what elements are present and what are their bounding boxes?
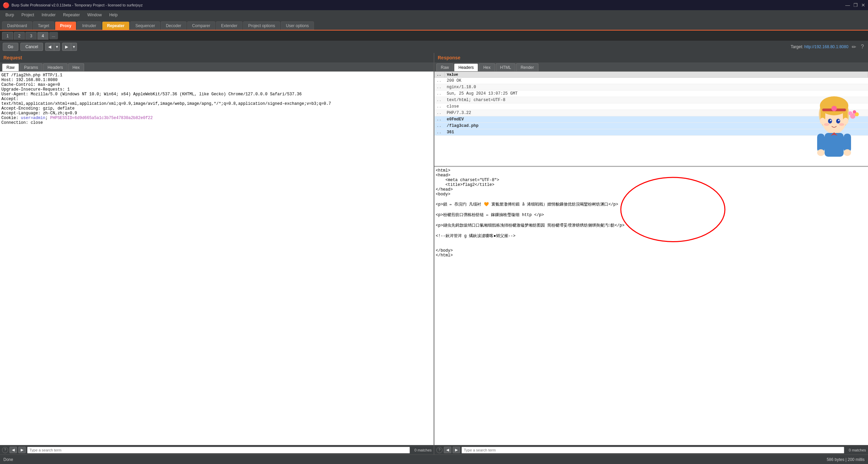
request-line: Host: 192.168.80.1:8080 bbox=[1, 78, 432, 82]
minimize-btn[interactable]: — bbox=[845, 2, 850, 8]
table-row[interactable]: ..PHP/7.3.22 bbox=[435, 110, 868, 116]
request-search-prev[interactable]: ◀ bbox=[9, 447, 17, 453]
tab-sequencer[interactable]: Sequencer bbox=[130, 21, 160, 30]
nav-next-button[interactable]: ▶ bbox=[62, 43, 71, 51]
cancel-button[interactable]: Cancel bbox=[20, 43, 43, 51]
request-line: Connection: close bbox=[1, 120, 432, 125]
response-search-help[interactable]: ? bbox=[436, 447, 442, 453]
titlebar-controls[interactable]: — ❐ ✕ bbox=[845, 2, 865, 8]
toolbar: Go Cancel ◀ ▾ ▶ ▾ Target: http://192.168… bbox=[0, 41, 868, 53]
request-line: Cookie: user=admin; PHPSESSID=6d9d665a5a… bbox=[1, 116, 432, 120]
request-search-bar: ? ◀ ▶ 0 matches bbox=[0, 445, 434, 455]
nav-next-dropdown[interactable]: ▾ bbox=[71, 43, 77, 51]
table-cell-value: text/html; charset=UTF-8 bbox=[445, 97, 868, 103]
table-cell-value: /flag3cad.php bbox=[445, 123, 868, 129]
statusbar: Done 586 bytes | 200 millis bbox=[0, 455, 868, 464]
tab-project-options[interactable]: Project options bbox=[243, 21, 280, 30]
tab-decoder[interactable]: Decoder bbox=[161, 21, 186, 30]
table-cell-dot: .. bbox=[435, 84, 445, 91]
table-cell-value: Sun, 25 Aug 2024 13:07:25 GMT bbox=[445, 91, 868, 97]
status-text: Done bbox=[3, 457, 13, 462]
menubar: Burp Project Intruder Repeater Window He… bbox=[0, 10, 868, 20]
request-line: Accept: bbox=[1, 97, 432, 101]
menu-project[interactable]: Project bbox=[18, 12, 37, 18]
response-search-bar: ? ◀ ▶ 0 matches bbox=[434, 445, 868, 455]
request-title: Request bbox=[0, 53, 434, 62]
target-edit-button[interactable]: ✏ bbox=[850, 43, 857, 51]
request-tab-raw[interactable]: Raw bbox=[2, 63, 19, 71]
response-tab-hex[interactable]: Hex bbox=[479, 63, 495, 71]
request-tab-hex[interactable]: Hex bbox=[68, 63, 84, 71]
tab-dashboard[interactable]: Dashboard bbox=[2, 21, 32, 30]
table-cell-dot: .. bbox=[435, 129, 445, 136]
menu-intruder[interactable]: Intruder bbox=[38, 12, 59, 18]
status-info: 586 bytes | 200 millis bbox=[827, 457, 865, 462]
repeater-tab-1[interactable]: 1 bbox=[2, 32, 13, 40]
target-url: http://192.168.80.1:8080 bbox=[804, 44, 848, 49]
table-row[interactable]: ..e0FmdEV bbox=[435, 116, 868, 123]
request-line: Cache-Control: max-age=0 bbox=[1, 82, 432, 87]
titlebar-left: 🔴 Burp Suite Professional v2.0.11beta - … bbox=[3, 2, 143, 8]
table-cell-value: PHP/7.3.22 bbox=[445, 110, 868, 116]
response-search-next[interactable]: ▶ bbox=[453, 447, 460, 453]
response-tab-headers[interactable]: Headers bbox=[454, 63, 478, 71]
request-content[interactable]: GET /flag2hh.php HTTP/1.1Host: 192.168.8… bbox=[0, 72, 434, 445]
table-row[interactable]: ..nginx/1.18.0 bbox=[435, 84, 868, 91]
table-row[interactable]: ..361 bbox=[435, 129, 868, 136]
table-cell-dot: .. bbox=[435, 91, 445, 97]
repeater-tab-more[interactable]: ... bbox=[49, 32, 58, 39]
request-line: User-Agent: Mozilla/5.0 (Windows NT 10.0… bbox=[1, 92, 432, 97]
request-matches-count: 0 matches bbox=[411, 448, 432, 452]
tab-user-options[interactable]: User options bbox=[281, 21, 314, 30]
request-tab-headers[interactable]: Headers bbox=[43, 63, 67, 71]
table-row[interactable]: ..200 OK bbox=[435, 78, 868, 84]
tab-intruder[interactable]: Intruder bbox=[77, 21, 101, 30]
table-row[interactable]: ..text/html; charset=UTF-8 bbox=[435, 97, 868, 103]
titlebar-title: Burp Suite Professional v2.0.11beta - Te… bbox=[12, 3, 143, 7]
target-text: Target: bbox=[791, 44, 804, 49]
target-help-button[interactable]: ? bbox=[860, 43, 865, 51]
request-tab-params[interactable]: Params bbox=[20, 63, 42, 71]
response-headers-table: .. Value ..200 OK..nginx/1.18.0..Sun, 25… bbox=[434, 72, 868, 167]
tab-extender[interactable]: Extender bbox=[216, 21, 242, 30]
tab-target[interactable]: Target bbox=[33, 21, 54, 30]
nav-prev-button[interactable]: ◀ bbox=[45, 43, 54, 51]
table-cell-value: close bbox=[445, 103, 868, 110]
response-tab-raw[interactable]: Raw bbox=[436, 63, 453, 71]
tab-proxy[interactable]: Proxy bbox=[55, 21, 76, 30]
table-cell-dot: .. bbox=[435, 78, 445, 84]
response-title: Response bbox=[434, 53, 868, 62]
menu-window[interactable]: Window bbox=[84, 12, 105, 18]
response-tab-render[interactable]: Render bbox=[516, 63, 538, 71]
table-cell-dot: .. bbox=[435, 123, 445, 129]
table-row[interactable]: ..Sun, 25 Aug 2024 13:07:25 GMT bbox=[435, 91, 868, 97]
table-cell-dot: .. bbox=[435, 103, 445, 110]
response-tab-html[interactable]: HTML bbox=[496, 63, 516, 71]
tabbar: Dashboard Target Proxy Intruder Repeater… bbox=[0, 20, 868, 31]
table-row[interactable]: ..close bbox=[435, 103, 868, 110]
tab-repeater[interactable]: Repeater bbox=[102, 21, 130, 30]
repeater-tab-4[interactable]: 4 bbox=[37, 32, 48, 40]
request-line: Accept-Language: zh-CN,zh;q=0.9 bbox=[1, 111, 432, 116]
repeater-tab-3[interactable]: 3 bbox=[25, 32, 37, 40]
menu-burp[interactable]: Burp bbox=[2, 12, 17, 18]
repeater-tab-2[interactable]: 2 bbox=[14, 32, 25, 40]
maximize-btn[interactable]: ❐ bbox=[853, 2, 858, 8]
table-cell-dot: .. bbox=[435, 97, 445, 103]
table-cell-dot: .. bbox=[435, 116, 445, 123]
tab-comparer[interactable]: Comparer bbox=[187, 21, 215, 30]
response-html-content[interactable]: <html> <head> <meta charset="UTF-8"> <ti… bbox=[434, 167, 868, 445]
menu-repeater[interactable]: Repeater bbox=[60, 12, 83, 18]
request-sub-tabs: Raw Params Headers Hex bbox=[0, 62, 434, 72]
menu-help[interactable]: Help bbox=[106, 12, 121, 18]
request-search-input[interactable] bbox=[27, 447, 410, 453]
request-search-help[interactable]: ? bbox=[2, 447, 8, 453]
response-search-input[interactable] bbox=[461, 447, 844, 453]
close-btn[interactable]: ✕ bbox=[861, 2, 865, 8]
go-button[interactable]: Go bbox=[3, 43, 18, 51]
titlebar: 🔴 Burp Suite Professional v2.0.11beta - … bbox=[0, 0, 868, 10]
nav-prev-dropdown[interactable]: ▾ bbox=[54, 43, 60, 51]
request-search-next[interactable]: ▶ bbox=[18, 447, 26, 453]
response-search-prev[interactable]: ◀ bbox=[444, 447, 451, 453]
table-row[interactable]: ../flag3cad.php bbox=[435, 123, 868, 129]
